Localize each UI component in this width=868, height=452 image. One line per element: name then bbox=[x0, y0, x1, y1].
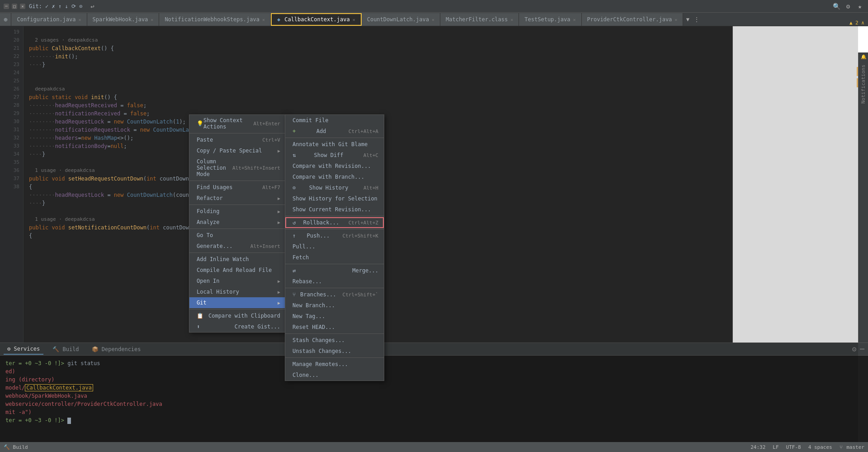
status-encoding[interactable]: UTF-8 bbox=[786, 444, 801, 450]
git-menu-item-compare-branch[interactable]: Compare with Branch... bbox=[285, 171, 384, 182]
git-menu-item-new-tag[interactable]: New Tag... bbox=[285, 311, 384, 322]
git-menu-item-push[interactable]: ↑ Push... Ctrl+Shift+K bbox=[285, 230, 384, 241]
context-menu-item-refactor[interactable]: Refactor ▶ bbox=[189, 193, 286, 204]
title-bar: ─ □ ✕ Git: ✓ ✗ ↑ ↓ ⟳ ⊙ ↩ 🔍 ⚙ ★ bbox=[0, 0, 868, 13]
context-menu-item-compile-reload[interactable]: Compile And Reload File bbox=[189, 265, 286, 276]
tab-close-icon[interactable]: ✕ bbox=[510, 17, 513, 22]
terminal-prompt: ter = +0 ~3 -0 !]> bbox=[5, 417, 67, 423]
menu-item-label: Stash Changes... bbox=[292, 337, 345, 343]
close-button[interactable]: ✕ bbox=[20, 4, 25, 9]
maximize-button[interactable]: □ bbox=[12, 4, 17, 9]
context-menu-item-generate[interactable]: Generate... Alt+Insert bbox=[189, 241, 286, 252]
search-everywhere-icon[interactable]: 🔍 bbox=[832, 2, 841, 11]
menu-item-label: Add bbox=[316, 128, 326, 134]
status-indent[interactable]: 4 spaces bbox=[808, 444, 832, 450]
terminal-minimize-icon[interactable]: ─ bbox=[860, 345, 864, 353]
context-menu-item-column-selection[interactable]: Column Selection Mode Alt+Shift+Insert bbox=[189, 156, 286, 180]
git-submenu: Commit File + Add Ctrl+Alt+A Annotate wi… bbox=[285, 114, 384, 381]
context-menu-item-create-gist[interactable]: ⬆ Create Gist... bbox=[189, 321, 286, 332]
context-menu: 💡 Show Context Actions Alt+Enter Paste C… bbox=[189, 114, 286, 333]
git-menu-item-rollback[interactable]: ↺ Rollback... Ctrl+Alt+Z bbox=[285, 217, 384, 228]
tab-sparkwebhook-java[interactable]: SparkWebHook.java ✕ bbox=[87, 13, 160, 26]
plugin-icon[interactable]: ⚙ bbox=[844, 2, 853, 11]
tab-configuration-java[interactable]: Configuration.java ✕ bbox=[11, 13, 87, 26]
status-line-ending[interactable]: LF bbox=[773, 444, 778, 450]
tab-close-icon[interactable]: ✕ bbox=[262, 17, 265, 22]
terminal-line: ed) bbox=[5, 367, 863, 376]
minimize-button[interactable]: ─ bbox=[4, 4, 9, 9]
tab-overflow-button[interactable]: ▼ bbox=[683, 13, 692, 26]
menu-item-label: Show History bbox=[309, 185, 349, 191]
context-menu-item-open-in[interactable]: Open In ▶ bbox=[189, 276, 286, 286]
context-menu-item-goto[interactable]: Go To bbox=[189, 230, 286, 241]
git-menu-item-show-history-selection[interactable]: Show History for Selection bbox=[285, 193, 384, 204]
git-menu-item-rebase[interactable]: Rebase... bbox=[285, 276, 384, 287]
menu-item-label: Pull... bbox=[292, 243, 316, 250]
status-branch[interactable]: ⑂ master bbox=[840, 444, 864, 450]
context-menu-item-paste[interactable]: Paste Ctrl+V bbox=[189, 134, 286, 145]
menu-separator bbox=[285, 357, 384, 358]
menu-separator bbox=[189, 181, 286, 181]
git-menu-item-stash[interactable]: Stash Changes... bbox=[285, 335, 384, 346]
git-menu-item-unstash[interactable]: Unstash Changes... bbox=[285, 346, 384, 357]
tab-new[interactable]: ⊕ bbox=[0, 13, 11, 26]
menu-separator bbox=[285, 216, 384, 216]
terminal-tab-bar: ⚙ Services 🔨 Build 📦 Dependencies ⚙ ─ bbox=[0, 343, 868, 356]
tab-close-icon[interactable]: ✕ bbox=[573, 17, 576, 22]
terminal-tab-build[interactable]: 🔨 Build bbox=[49, 344, 82, 354]
context-menu-item-folding[interactable]: Folding ▶ bbox=[189, 206, 286, 217]
git-menu-item-merge[interactable]: ⇄ Merge... bbox=[285, 265, 384, 276]
git-status-label: Git: ✓ ✗ ↑ ↓ ⟳ ⊙ bbox=[29, 3, 82, 10]
warnings-indicator: ▲ 2 ∧ bbox=[849, 20, 868, 26]
submenu-arrow-icon: ▶ bbox=[278, 300, 280, 305]
context-menu-item-analyze[interactable]: Analyze ▶ bbox=[189, 217, 286, 228]
context-menu-item-show-context-actions[interactable]: 💡 Show Context Actions Alt+Enter bbox=[189, 115, 286, 132]
terminal-tab-dependencies[interactable]: 📦 Dependencies bbox=[88, 344, 145, 354]
status-cursor-position[interactable]: 24:32 bbox=[750, 444, 765, 450]
status-item-build[interactable]: 🔨 Build bbox=[4, 444, 28, 450]
git-menu-item-manage-remotes[interactable]: Manage Remotes... bbox=[285, 359, 384, 370]
git-menu-item-compare-revision[interactable]: Compare with Revision... bbox=[285, 161, 384, 171]
tab-callbackcontext-java[interactable]: ◆ CallbackContext.java ✕ bbox=[271, 13, 362, 26]
tab-close-icon[interactable]: ✕ bbox=[353, 17, 355, 22]
git-menu-item-new-branch[interactable]: New Branch... bbox=[285, 300, 384, 311]
tab-notificationwebhooksteps-java[interactable]: NotificationWebhookSteps.java ✕ bbox=[159, 13, 271, 26]
terminal-settings-icon[interactable]: ⚙ bbox=[852, 345, 857, 353]
add-icon: + bbox=[292, 128, 296, 134]
git-menu-item-clone[interactable]: Clone... bbox=[285, 370, 384, 381]
menu-item-label: Show Context Actions bbox=[203, 117, 250, 130]
extra-icon[interactable]: ★ bbox=[855, 2, 864, 11]
context-menu-item-git[interactable]: Git ▶ bbox=[189, 297, 286, 308]
git-menu-item-fetch[interactable]: Fetch bbox=[285, 252, 384, 263]
git-menu-item-show-current-revision[interactable]: Show Current Revision... bbox=[285, 204, 384, 215]
tab-matcherfilter-class[interactable]: MatcherFilter.class ✕ bbox=[440, 13, 519, 26]
context-menu-item-add-inline-watch[interactable]: Add Inline Watch bbox=[189, 254, 286, 265]
menu-item-label: Fetch bbox=[292, 254, 309, 261]
git-menu-item-pull[interactable]: Pull... bbox=[285, 241, 384, 252]
git-menu-item-show-history[interactable]: ⊙ Show History Alt+H bbox=[285, 182, 384, 193]
tab-close-icon[interactable]: ✕ bbox=[151, 17, 153, 22]
context-menu-item-compare-clipboard[interactable]: 📋 Compare with Clipboard bbox=[189, 310, 286, 321]
tab-close-icon[interactable]: ✕ bbox=[675, 17, 677, 22]
git-menu-item-commit-file[interactable]: Commit File bbox=[285, 115, 384, 126]
git-menu-item-annotate[interactable]: Annotate with Git Blame bbox=[285, 139, 384, 150]
context-menu-item-find-usages[interactable]: Find Usages Alt+F7 bbox=[189, 182, 286, 193]
git-menu-item-show-diff[interactable]: ⇅ Show Diff Alt+C bbox=[285, 150, 384, 161]
terminal-tab-services[interactable]: ⚙ Services bbox=[4, 344, 43, 355]
tab-providerctk-java[interactable]: ProviderCtkController.java ✕ bbox=[582, 13, 684, 26]
undo-button[interactable]: ↩ bbox=[88, 2, 97, 11]
menu-separator bbox=[285, 333, 384, 334]
context-menu-item-copy-paste-special[interactable]: Copy / Paste Special ▶ bbox=[189, 145, 286, 156]
tab-close-icon[interactable]: ✕ bbox=[78, 17, 81, 22]
git-menu-item-branches[interactable]: ⑂ Branches... Ctrl+Shift+` bbox=[285, 289, 384, 300]
tab-close-icon[interactable]: ✕ bbox=[432, 17, 434, 22]
menu-item-label: Manage Remotes... bbox=[292, 361, 348, 367]
window-controls[interactable]: ─ □ ✕ bbox=[4, 4, 25, 9]
tab-testsetup-java[interactable]: TestSetup.java ✕ bbox=[519, 13, 581, 26]
notifications-label[interactable]: Notifications bbox=[860, 65, 866, 104]
git-menu-item-add[interactable]: + Add Ctrl+Alt+A bbox=[285, 126, 384, 137]
git-menu-item-reset-head[interactable]: Reset HEAD... bbox=[285, 322, 384, 333]
tab-countdownlatch-java[interactable]: CountDownLatch.java ✕ bbox=[362, 13, 440, 26]
context-menu-item-local-history[interactable]: Local History ▶ bbox=[189, 286, 286, 297]
tab-menu-button[interactable]: ⋮ bbox=[692, 13, 701, 26]
